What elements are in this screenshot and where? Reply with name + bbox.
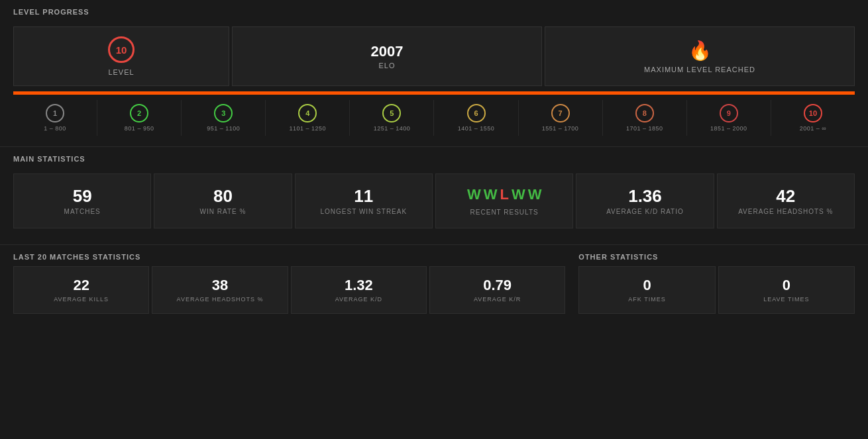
kd-label: AVERAGE K/D RATIO	[606, 208, 684, 215]
stat-card-winstreak: 11 LONGEST WIN STREAK	[295, 173, 433, 228]
level-label: LEVEL	[108, 68, 134, 76]
other-stats-label: OTHER STATISTICS	[578, 245, 855, 266]
level-indicator-5: 5 1251 – 1400	[350, 100, 434, 136]
elo-value: 2007	[371, 43, 404, 60]
level-indicator-9: 9 1851 – 2000	[687, 100, 771, 136]
winstreak-label: LONGEST WIN STREAK	[321, 208, 407, 215]
result-w2: W	[484, 186, 498, 203]
other-cards-row: 0 AFK TIMES 0 LEAVE TIMES	[578, 266, 855, 314]
level-badge: 10	[108, 36, 135, 63]
last20-label: LAST 20 MATCHES STATISTICS	[13, 245, 565, 266]
level-card: 10 LEVEL	[13, 26, 229, 86]
afk-value: 0	[643, 277, 651, 293]
level-indicator-badge-7: 7	[551, 104, 570, 122]
bottom-sections: LAST 20 MATCHES STATISTICS 22 AVERAGE KI…	[0, 245, 868, 327]
level-indicator-range-3: 951 – 1100	[207, 125, 240, 132]
level-indicator-badge-6: 6	[467, 104, 486, 122]
result-w3: W	[512, 186, 525, 203]
level-indicator-badge-8: 8	[635, 104, 654, 122]
level-indicator-range-1: 1 – 800	[44, 125, 66, 132]
last20-cards-row: 22 AVERAGE KILLS 38 AVERAGE HEADSHOTS % …	[13, 266, 565, 314]
level-indicator-2: 2 801 – 950	[97, 100, 182, 136]
afk-label: AFK TIMES	[628, 296, 665, 303]
level-indicator-badge-2: 2	[130, 104, 148, 122]
bottom-card-avg-kills: 22 AVERAGE KILLS	[13, 266, 149, 314]
winrate-label: WIN RATE %	[200, 208, 246, 215]
stat-card-recent: W W L W W RECENT RESULTS	[435, 173, 573, 228]
leave-value: 0	[783, 277, 790, 293]
avg-hs-value: 38	[212, 277, 228, 293]
kd-value: 1.36	[628, 187, 662, 206]
bottom-card-avg-kd: 1.32 AVERAGE K/D	[291, 266, 427, 314]
level-indicator-range-9: 1851 – 2000	[710, 125, 747, 132]
level-indicator-6: 6 1401 – 1550	[434, 100, 518, 136]
headshots-label: AVERAGE HEADSHOTS %	[738, 208, 833, 215]
avg-kr-label: AVERAGE K/R	[474, 296, 521, 303]
level-indicator-badge-9: 9	[720, 104, 738, 122]
main-stats-label: MAIN STATISTICS	[0, 147, 868, 168]
elo-label: ELO	[378, 62, 395, 70]
progress-bar-container	[0, 91, 868, 95]
max-level-card: 🔥 MAXIMUM LEVEL REACHED	[545, 26, 855, 86]
avg-kills-label: AVERAGE KILLS	[54, 296, 109, 303]
level-indicator-range-6: 1401 – 1550	[458, 125, 495, 132]
level-indicator-range-7: 1551 – 1700	[542, 125, 579, 132]
progress-bar-track	[13, 91, 855, 95]
winstreak-value: 11	[354, 187, 373, 206]
avg-kills-value: 22	[73, 277, 89, 293]
result-l1: L	[500, 186, 508, 203]
level-progress-label: LEVEL PROGRESS	[0, 0, 868, 21]
level-indicator-range-2: 801 – 950	[125, 125, 154, 132]
level-progress-section: LEVEL PROGRESS 10 LEVEL 2007 ELO 🔥 MAXIM…	[0, 0, 868, 146]
level-indicator-1: 1 1 – 800	[13, 100, 97, 136]
level-indicator-range-8: 1701 – 1850	[626, 125, 663, 132]
level-indicator-7: 7 1551 – 1700	[519, 100, 603, 136]
bottom-card-avg-hs: 38 AVERAGE HEADSHOTS %	[152, 266, 288, 314]
stat-card-headshots: 42 AVERAGE HEADSHOTS %	[717, 173, 855, 228]
winrate-value: 80	[213, 187, 233, 206]
level-indicators-row: 1 1 – 800 2 801 – 950 3 951 – 1100 4 110…	[0, 95, 868, 146]
progress-bar-fill	[13, 91, 855, 95]
recent-results: W W L W W	[467, 186, 542, 203]
level-indicator-badge-1: 1	[46, 104, 64, 122]
other-stats-section: OTHER STATISTICS 0 AFK TIMES 0 LEAVE TIM…	[578, 245, 855, 314]
level-indicator-badge-4: 4	[298, 104, 317, 122]
flame-icon: 🔥	[688, 40, 712, 62]
bottom-card-afk: 0 AFK TIMES	[578, 266, 715, 314]
level-indicator-8: 8 1701 – 1850	[603, 100, 687, 136]
avg-kd-label: AVERAGE K/D	[335, 296, 382, 303]
level-indicator-4: 4 1101 – 1250	[266, 100, 350, 136]
level-indicator-badge-3: 3	[214, 104, 233, 122]
avg-kd-value: 1.32	[345, 277, 373, 293]
result-w4: W	[528, 186, 542, 203]
level-indicator-badge-5: 5	[382, 104, 401, 122]
level-cards-row: 10 LEVEL 2007 ELO 🔥 MAXIMUM LEVEL REACHE…	[0, 21, 868, 91]
level-indicator-range-10: 2001 – ∞	[800, 125, 826, 132]
stats-cards-row: 59 MATCHES 80 WIN RATE % 11 LONGEST WIN …	[0, 168, 868, 234]
max-level-label: MAXIMUM LEVEL REACHED	[644, 66, 755, 73]
elo-card: 2007 ELO	[232, 26, 542, 86]
level-indicator-range-4: 1101 – 1250	[290, 125, 327, 132]
level-indicator-3: 3 951 – 1100	[182, 100, 266, 136]
stat-card-matches: 59 MATCHES	[13, 173, 151, 228]
level-indicator-10: 10 2001 – ∞	[771, 100, 855, 136]
matches-value: 59	[73, 187, 92, 206]
stat-card-winrate: 80 WIN RATE %	[154, 173, 292, 228]
bottom-card-avg-kr: 0.79 AVERAGE K/R	[429, 266, 565, 314]
main-stats-section: MAIN STATISTICS 59 MATCHES 80 WIN RATE %…	[0, 147, 868, 244]
headshots-value: 42	[776, 187, 795, 206]
leave-label: LEAVE TIMES	[763, 296, 809, 303]
result-w1: W	[467, 186, 481, 203]
level-indicator-badge-10: 10	[804, 104, 822, 122]
avg-hs-label: AVERAGE HEADSHOTS %	[177, 296, 264, 303]
bottom-card-leave: 0 LEAVE TIMES	[718, 266, 855, 314]
matches-label: MATCHES	[64, 208, 101, 215]
last20-section: LAST 20 MATCHES STATISTICS 22 AVERAGE KI…	[13, 245, 565, 314]
recent-results-label: RECENT RESULTS	[470, 209, 539, 216]
stat-card-kd: 1.36 AVERAGE K/D RATIO	[576, 173, 714, 228]
avg-kr-value: 0.79	[483, 277, 512, 293]
level-indicator-range-5: 1251 – 1400	[374, 125, 411, 132]
